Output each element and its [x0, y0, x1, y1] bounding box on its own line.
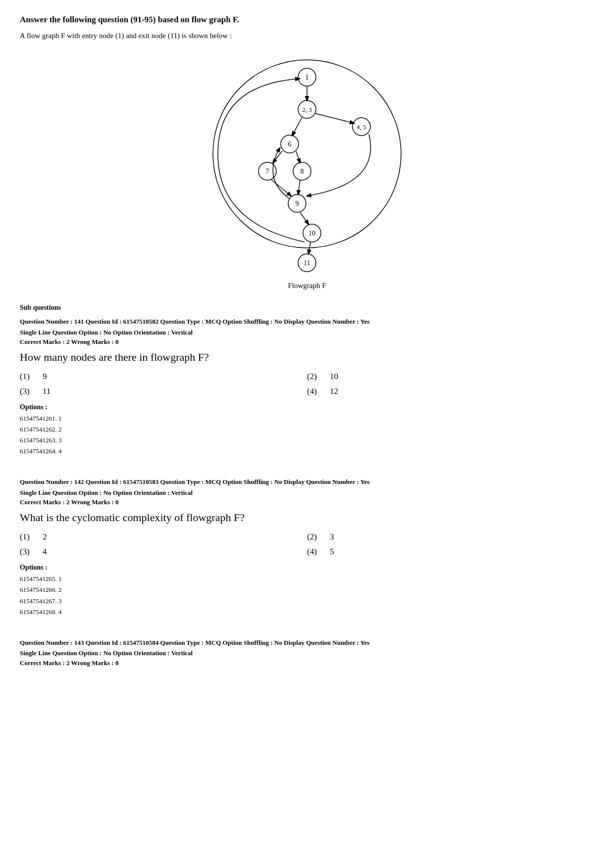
q141-opt4-num: (4)	[307, 386, 322, 396]
q142-option-3: (3) 4	[20, 547, 307, 557]
q143-meta-line1: Question Number : 143 Question Id : 6154…	[20, 638, 594, 648]
question-143: Question Number : 143 Question Id : 6154…	[20, 638, 594, 667]
svg-text:11: 11	[304, 259, 310, 267]
q141-code-2: 61547541262. 2	[20, 424, 594, 435]
q142-code-2: 61547541266. 2	[20, 584, 594, 595]
q142-opt3-val: 4	[43, 547, 47, 557]
q141-opt4-val: 12	[330, 386, 338, 396]
svg-line-20	[292, 117, 302, 136]
q141-meta-line2: Single Line Question Option : No Option …	[20, 328, 594, 338]
q143-marks: Correct Marks : 2 Wrong Marks : 0	[20, 659, 594, 667]
q141-meta-line1: Question Number : 141 Question Id : 6154…	[20, 317, 594, 327]
svg-text:2, 3: 2, 3	[302, 106, 312, 113]
q142-meta-line2: Single Line Question Option : No Option …	[20, 488, 594, 498]
q141-opt1-val: 9	[43, 372, 47, 382]
q142-opt3-num: (3)	[20, 547, 35, 557]
q142-option-1: (1) 2	[20, 532, 307, 542]
svg-text:7: 7	[266, 168, 269, 175]
q141-option-2: (2) 10	[307, 372, 594, 382]
intro-text: A flow graph F with entry node (1) and e…	[20, 32, 594, 40]
q143-meta-line2: Single Line Question Option : No Option …	[20, 648, 594, 658]
q142-opt4-val: 5	[330, 547, 334, 557]
svg-text:9: 9	[296, 200, 299, 207]
svg-text:1: 1	[306, 74, 309, 81]
q141-opt3-num: (3)	[20, 386, 35, 396]
q142-code-1: 61547541265. 1	[20, 574, 594, 584]
q141-option-3: (3) 11	[20, 386, 307, 396]
q141-option-4: (4) 12	[307, 386, 594, 396]
q141-code-1: 61547541261. 1	[20, 413, 594, 424]
svg-line-23	[296, 151, 300, 163]
svg-text:6: 6	[288, 141, 292, 148]
q141-opt2-num: (2)	[307, 372, 322, 382]
q142-text: What is the cyclomatic complexity of flo…	[20, 511, 594, 524]
q142-option-2: (2) 3	[307, 532, 594, 542]
q141-code-3: 61547541263. 3	[20, 435, 594, 446]
svg-text:10: 10	[308, 230, 315, 237]
q141-options-grid: (1) 9 (2) 10 (3) 11 (4) 12	[20, 372, 594, 396]
question-142: Question Number : 142 Question Id : 6154…	[20, 477, 594, 617]
question-141: Question Number : 141 Question Id : 6154…	[20, 317, 594, 457]
q142-option-4: (4) 5	[307, 547, 594, 557]
q142-code-3: 61547541267. 3	[20, 596, 594, 607]
flow-graph-svg: 1 2, 3 4, 5 6 7 8 9 10 11	[203, 50, 411, 278]
q142-meta-line1: Question Number : 142 Question Id : 6154…	[20, 477, 594, 487]
q142-opt1-num: (1)	[20, 532, 35, 542]
svg-line-26	[300, 212, 308, 224]
q141-opt1-num: (1)	[20, 372, 35, 382]
svg-line-25	[298, 180, 300, 194]
sub-questions-label: Sub questions	[20, 304, 594, 312]
q142-opt4-num: (4)	[307, 547, 322, 557]
q142-opt1-val: 2	[43, 532, 47, 542]
q141-options-label: Options :	[20, 403, 594, 411]
svg-line-21	[315, 113, 354, 123]
q141-code-4: 61547541264. 4	[20, 446, 594, 457]
q141-opt3-val: 11	[43, 386, 51, 396]
q142-opt2-val: 3	[330, 532, 334, 542]
q142-code-4: 61547541268. 4	[20, 607, 594, 618]
q141-opt2-val: 10	[330, 372, 338, 382]
svg-text:4, 5: 4, 5	[357, 123, 366, 131]
q142-options-grid: (1) 2 (2) 3 (3) 4 (4) 5	[20, 532, 594, 557]
q141-marks: Correct Marks : 2 Wrong Marks : 0	[20, 338, 594, 346]
q142-options-label: Options :	[20, 564, 594, 572]
flow-graph-container: 1 2, 3 4, 5 6 7 8 9 10 11	[20, 50, 594, 299]
q141-option-1: (1) 9	[20, 372, 307, 382]
graph-caption: Flowgraph F	[288, 282, 326, 290]
svg-line-24	[271, 180, 291, 196]
q141-text: How many nodes are there in flowgraph F?	[20, 351, 594, 364]
svg-text:8: 8	[301, 168, 304, 175]
main-heading: Answer the following question (91-95) ba…	[20, 15, 594, 25]
q142-opt2-num: (2)	[307, 532, 322, 542]
q142-marks: Correct Marks : 2 Wrong Marks : 0	[20, 498, 594, 506]
